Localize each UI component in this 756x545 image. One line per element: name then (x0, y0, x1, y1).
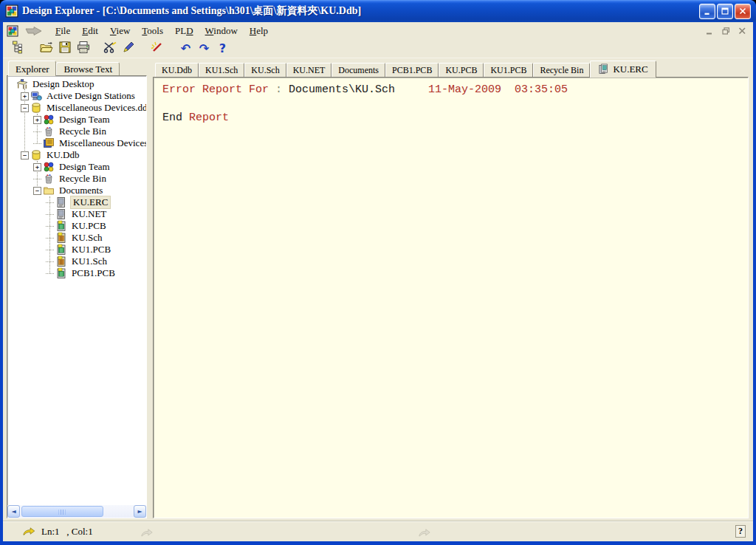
doc-tab-documents[interactable]: Documents (331, 63, 385, 77)
minimize-button[interactable] (699, 4, 715, 19)
help-button[interactable]: ? (213, 40, 232, 57)
pcb-doc-icon (55, 220, 67, 232)
tree-item-design-desktop[interactable]: Design Desktop (7, 78, 146, 90)
doc-tab-ku1-pcb[interactable]: KU1.PCB (484, 63, 533, 77)
tree-item-ku-pcb[interactable]: KU.PCB (7, 220, 146, 232)
document-content[interactable]: Error Report For : Documents\KU.Sch 11-M… (153, 77, 749, 518)
app-icon[interactable] (5, 4, 18, 18)
doc-tabs: KU.DdbKU1.SchKU.SchKU.NETDocumentsPCB1.P… (153, 60, 749, 77)
doc-tab-ku-sch[interactable]: KU.Sch (244, 63, 286, 77)
doc-tab-pcb1-pcb[interactable]: PCB1.PCB (385, 63, 439, 77)
tree-item-ku1-pcb[interactable]: KU1.PCB (7, 244, 146, 256)
tree-item-label: Documents (58, 185, 104, 196)
open-button[interactable] (37, 40, 55, 57)
cursor-position: Ln:1 , Col:1 (41, 526, 93, 538)
pcb-doc-icon (55, 244, 67, 256)
collapse-minus-icon[interactable]: − (21, 151, 29, 160)
tree-view[interactable]: Design Desktop+Active Design Stations−Mi… (7, 76, 146, 505)
menu-item-pld[interactable]: PLD (169, 24, 199, 38)
scrollbar-track[interactable] (20, 505, 134, 518)
panel-tab-explorer[interactable]: Explorer (8, 61, 56, 76)
report-line: End Report (162, 111, 739, 125)
draw-button[interactable] (119, 40, 137, 57)
collapse-minus-icon[interactable]: − (33, 187, 41, 195)
tree-item-active-design-stations[interactable]: +Active Design Stations (7, 90, 146, 102)
document-arrow-icon[interactable] (24, 26, 44, 36)
tree-panel: Design Desktop+Active Design Stations−Mi… (7, 75, 147, 518)
menu-item-view[interactable]: View (104, 24, 136, 38)
doc-tab-ku-erc[interactable]: KU.ERC (590, 61, 656, 78)
doc-tab-label: Recycle Bin (540, 65, 583, 76)
expand-plus-icon[interactable]: + (33, 116, 41, 124)
tree-connector (46, 261, 54, 262)
tree-connector (33, 179, 41, 179)
doc-tab-label: KU.PCB (445, 65, 477, 76)
document-window-icon[interactable] (7, 25, 18, 37)
tree-item-label: PCB1.PCB (70, 267, 117, 279)
sch-doc-icon (55, 232, 67, 244)
wand-button[interactable] (147, 40, 165, 57)
menu-item-window[interactable]: Window (199, 24, 244, 38)
mdi-minimize-button[interactable] (703, 25, 717, 37)
tree-item-ku1-sch[interactable]: KU1.Sch (7, 256, 146, 267)
scroll-left-button[interactable]: ◄ (7, 505, 20, 518)
doc-tab-recycle-bin[interactable]: Recycle Bin (533, 63, 590, 77)
tree-item-miscellaneous-devices-ddb[interactable]: −Miscellaneous Devices.ddb (7, 102, 146, 114)
explorer-toggle-button[interactable] (9, 40, 27, 57)
panel-tab-browse-text[interactable]: Browse Text (56, 62, 120, 75)
help-button[interactable]: ? (735, 525, 746, 538)
tree-item-design-team[interactable]: +Design Team (7, 114, 146, 126)
save-button[interactable] (55, 40, 74, 57)
menu-item-edit[interactable]: Edit (76, 24, 104, 38)
undo-button[interactable]: ↶ (176, 40, 195, 57)
tree-item-ku-sch[interactable]: KU.Sch (7, 232, 146, 244)
cursor-arrow-icon (22, 527, 37, 536)
pcb-doc-icon (55, 267, 67, 279)
undo-icon: ↶ (181, 42, 190, 55)
panel-separator-arrow-icon (418, 527, 431, 536)
tree-item-miscellaneous-devices-lib[interactable]: Miscellaneous Devices.lib (7, 137, 146, 149)
doc-tab-label: KU.Sch (251, 65, 279, 76)
menu-item-help[interactable]: Help (244, 24, 274, 38)
tree-item-ku-ddb[interactable]: −KU.Ddb (7, 149, 146, 161)
tree-item-pcb1-pcb[interactable]: PCB1.PCB (7, 267, 146, 279)
print-button[interactable] (74, 40, 92, 57)
tree-item-label: Active Design Stations (45, 90, 137, 102)
doc-tab-ku-net[interactable]: KU.NET (286, 63, 332, 77)
tree-item-documents[interactable]: −Documents (7, 185, 146, 196)
redo-button[interactable]: ↷ (195, 40, 213, 57)
tree-item-label: KU.Sch (70, 232, 104, 244)
tree-item-recycle-bin[interactable]: Recycle Bin (7, 173, 146, 185)
mdi-close-button[interactable] (735, 25, 749, 37)
recycle-bin-icon (43, 173, 55, 185)
explorer-panel: ExplorerBrowse Text Design Desktop+Activ… (7, 60, 147, 518)
expand-plus-icon[interactable]: + (21, 92, 29, 100)
tree-item-design-team[interactable]: +Design Team (7, 161, 146, 173)
tree-item-label: Recycle Bin (58, 173, 108, 185)
tree-item-label: Miscellaneous Devices.ddb (45, 102, 146, 114)
mdi-restore-button[interactable] (719, 25, 733, 37)
collapse-minus-icon[interactable]: − (21, 104, 29, 112)
close-button[interactable] (735, 4, 751, 19)
tree-item-label: KU1.Sch (70, 256, 109, 267)
maximize-button[interactable] (717, 4, 733, 19)
scrollbar-thumb[interactable] (21, 506, 103, 517)
wand-icon (149, 40, 164, 58)
doc-tab-label: KU.ERC (613, 64, 647, 75)
menu-item-tools[interactable]: Tools (136, 24, 169, 38)
doc-tab-ku-ddb[interactable]: KU.Ddb (155, 63, 199, 77)
tree-item-recycle-bin[interactable]: Recycle Bin (7, 126, 146, 137)
doc-tab-ku-pcb[interactable]: KU.PCB (439, 63, 484, 77)
scroll-right-button[interactable]: ► (134, 505, 146, 518)
tree-connector (46, 238, 54, 239)
menu-item-file[interactable]: File (49, 24, 76, 38)
tree-item-ku-erc[interactable]: KU.ERC (7, 196, 146, 208)
doc-tab-ku1-sch[interactable]: KU1.Sch (199, 63, 244, 77)
doc-tab-label: KU.NET (293, 65, 326, 76)
expand-plus-icon[interactable]: + (33, 163, 41, 171)
tree-item-ku-net[interactable]: KU.NET (7, 208, 146, 220)
text-doc-icon (55, 196, 67, 208)
doc-tab-label: PCB1.PCB (392, 65, 432, 76)
cut-button[interactable] (100, 40, 119, 57)
horizontal-scrollbar[interactable]: ◄ ► (7, 505, 146, 518)
